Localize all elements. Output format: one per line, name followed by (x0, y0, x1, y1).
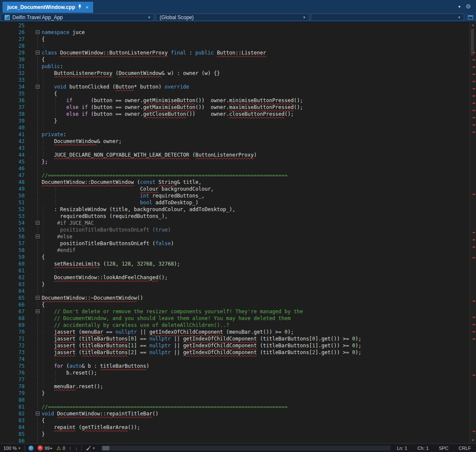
fold-toggle[interactable]: − (25, 220, 42, 226)
breakpoint-margin[interactable] (0, 117, 11, 124)
breakpoint-margin[interactable] (0, 186, 11, 192)
breakpoint-margin[interactable] (0, 424, 11, 431)
code-line[interactable]: 50 ┆ int requiredButtons_, (0, 192, 470, 199)
scope-dropdown[interactable]: (Global Scope) ▾ (156, 14, 309, 21)
breakpoint-margin[interactable] (0, 329, 11, 335)
breakpoint-margin[interactable] (0, 192, 11, 199)
code-line[interactable]: 73┆ jassert (titleBarButtons[2] == nullp… (0, 349, 470, 356)
code-line[interactable]: 83{ (0, 417, 470, 424)
fold-minus-icon[interactable]: − (36, 309, 40, 313)
chevron-down-icon[interactable]: ▾ (458, 4, 460, 9)
code-line[interactable]: 69┆ // accidentally by careless use of d… (0, 322, 470, 329)
breakpoint-margin[interactable] (0, 165, 11, 172)
fold-minus-icon[interactable]: − (36, 221, 40, 225)
code-line[interactable]: 54−┆ #if JUCE_MAC (0, 220, 470, 226)
line-indicator[interactable]: Ln: 1 (397, 446, 407, 451)
breakpoint-margin[interactable] (0, 281, 11, 288)
member-dropdown[interactable]: ▾ (311, 14, 464, 21)
zoom-control[interactable]: 100 % ▾ (3, 446, 20, 451)
breakpoint-margin[interactable] (0, 213, 11, 220)
code-line[interactable]: 27{ (0, 36, 470, 43)
fold-minus-icon[interactable]: − (36, 30, 40, 34)
code-line[interactable]: 44┆ JUCE_DECLARE_NON_COPYABLE_WITH_LEAK_… (0, 152, 470, 158)
breakpoint-margin[interactable] (0, 22, 11, 29)
breakpoint-margin[interactable] (0, 322, 11, 329)
code-line[interactable]: 79} (0, 390, 470, 397)
code-line[interactable]: 70┆ jassert (menuBar == nullptr || getIn… (0, 329, 470, 335)
project-dropdown[interactable]: Delfin Travel App_App ▾ (1, 14, 154, 21)
error-count[interactable]: × 99+ (37, 445, 53, 451)
horizontal-scrollbar[interactable] (101, 446, 390, 451)
code-line[interactable]: 56−┆ #else (0, 233, 470, 240)
fold-toggle[interactable]: − (25, 83, 42, 90)
breakpoint-margin[interactable] (0, 240, 11, 247)
code-line[interactable]: 39┆ } (0, 117, 470, 124)
breakpoint-margin[interactable] (0, 369, 11, 376)
fold-minus-icon[interactable]: − (36, 296, 40, 300)
breakpoint-margin[interactable] (0, 397, 11, 403)
code-line[interactable]: 33┆ (0, 77, 470, 83)
breakpoint-margin[interactable] (0, 97, 11, 104)
breakpoint-margin[interactable] (0, 29, 11, 36)
breakpoint-margin[interactable] (0, 56, 11, 63)
breakpoint-margin[interactable] (0, 308, 11, 315)
code-line[interactable]: 49 ┆ Colour backgroundColour, (0, 186, 470, 192)
breakpoint-margin[interactable] (0, 376, 11, 383)
breakpoint-margin[interactable] (0, 145, 11, 152)
tab-juce-documentwindow[interactable]: juce_DocumentWindow.cpp × (3, 2, 93, 13)
breakpoint-margin[interactable] (0, 438, 11, 443)
breakpoint-margin[interactable] (0, 179, 11, 186)
code-line[interactable]: 77┆ ┆ (0, 376, 470, 383)
code-line[interactable]: 41private: (0, 131, 470, 138)
code-line[interactable]: 36┆ ┆ if (button == owner.getMinimiseBut… (0, 97, 470, 104)
scrollbar-thumb[interactable] (471, 29, 474, 55)
breakpoint-margin[interactable] (0, 138, 11, 145)
code-line[interactable]: 81//====================================… (0, 403, 470, 410)
code-line[interactable]: 58┆ #endif (0, 247, 470, 254)
vertical-scrollbar[interactable]: ▲ ▼ (470, 22, 476, 443)
sync-status-icon[interactable] (29, 446, 34, 451)
breakpoint-margin[interactable] (0, 43, 11, 49)
code-lines[interactable]: 2526−namespace juce27{28┆29−class Docume… (0, 22, 470, 443)
code-line[interactable]: 59{ (0, 254, 470, 260)
code-line[interactable]: 42┆ DocumentWindow& owner; (0, 138, 470, 145)
breakpoint-margin[interactable] (0, 70, 11, 77)
code-line[interactable]: 30{ (0, 56, 470, 63)
code-line[interactable]: 61┆ ┆ (0, 267, 470, 274)
fold-minus-icon[interactable]: − (36, 412, 40, 415)
code-line[interactable]: 71┆ jassert (titleBarButtons[0] == nullp… (0, 335, 470, 342)
breakpoint-margin[interactable] (0, 301, 11, 308)
pin-icon[interactable] (78, 4, 82, 11)
breakpoint-margin[interactable] (0, 158, 11, 165)
code-line[interactable]: 57┆ positionTitleBarButtonsOnLeft (false… (0, 240, 470, 247)
code-line[interactable]: 40┆ (0, 124, 470, 131)
breakpoint-margin[interactable] (0, 226, 11, 233)
code-line[interactable]: 28┆ (0, 43, 470, 49)
breakpoint-margin[interactable] (0, 104, 11, 111)
breakpoint-margin[interactable] (0, 335, 11, 342)
breakpoint-margin[interactable] (0, 349, 11, 356)
code-line[interactable]: 76┆ ┆ b.reset(); (0, 369, 470, 376)
breakpoint-margin[interactable] (0, 63, 11, 70)
breakpoint-margin[interactable] (0, 152, 11, 158)
code-line[interactable]: 52┆ : ResizableWindow (title, background… (0, 206, 470, 213)
code-line[interactable]: 78┆ menuBar.reset(); (0, 383, 470, 390)
code-line[interactable]: 31public: (0, 63, 470, 70)
fold-toggle[interactable]: − (25, 233, 42, 240)
breakpoint-margin[interactable] (0, 83, 11, 90)
encoding-indicator[interactable]: SPC (439, 446, 449, 451)
code-line[interactable]: 46┆ (0, 165, 470, 172)
breakpoint-margin[interactable] (0, 172, 11, 179)
code-line[interactable]: 25 (0, 22, 470, 29)
close-icon[interactable]: × (85, 5, 89, 10)
code-line[interactable]: 35┆ { (0, 90, 470, 97)
code-line[interactable]: 72┆ jassert (titleBarButtons[1] == nullp… (0, 342, 470, 349)
breakpoint-margin[interactable] (0, 247, 11, 254)
scroll-down-button[interactable]: ▼ (470, 438, 476, 443)
fold-minus-icon[interactable]: − (36, 235, 40, 238)
next-issue-button[interactable]: ↓ (75, 446, 78, 451)
breakpoint-margin[interactable] (0, 254, 11, 260)
scroll-up-button[interactable]: ▲ (470, 22, 476, 28)
code-line[interactable]: 43┆ (0, 145, 470, 152)
breakpoint-margin[interactable] (0, 199, 11, 206)
